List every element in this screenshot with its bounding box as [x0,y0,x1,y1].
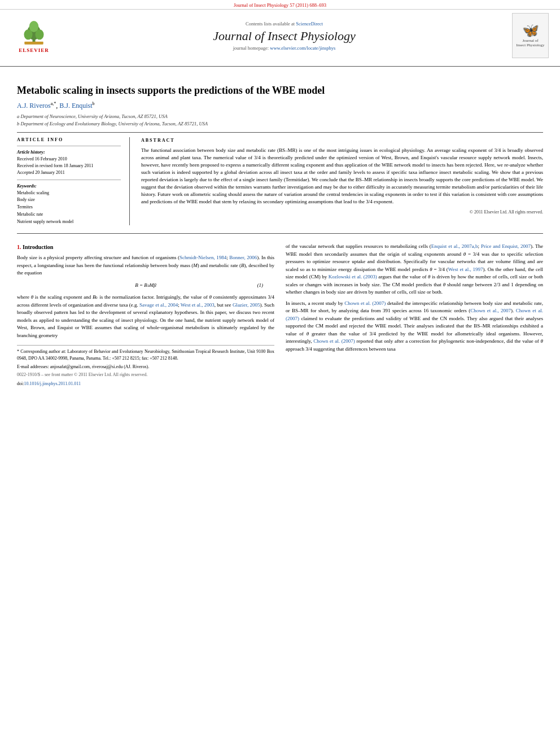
footnotes-area: * Corresponding author at: Laboratory of… [17,345,274,387]
issn-line: 0022-1910/$ – see front matter © 2011 El… [17,372,274,378]
ref-bonner[interactable]: Bonner, 2006 [229,255,257,260]
journal-title-center: Contents lists available at ScienceDirec… [56,21,512,51]
footnote-email: E-mail addresses: anjosafat@gmail.com, r… [17,364,274,370]
article-info-col: ARTICLE INFO Article history: Received 1… [17,137,130,226]
homepage-url[interactable]: www.elsevier.com/locate/jinsphys [270,45,335,51]
ref-chown2007-2[interactable]: Chown et al., 2007 [470,308,511,313]
ref-schmidt[interactable]: Schmidt-Nielsen, 1984 [180,255,226,260]
intro-para2: where θ is the scaling exponent and B₀ i… [17,294,274,339]
intro-para1: Body size is a physical property affecti… [17,254,274,277]
authors-line: A.J. Riverosa,*, B.J. Enquistb [17,101,543,110]
journal-logo-area: ELSEVIER Contents lists available at Sci… [0,10,560,62]
equation-number: (1) [156,282,263,290]
author-enquist: B.J. Enquist [59,102,92,110]
affiliation-b: b Department of Ecology and Evolutionary… [17,120,543,128]
section-number: 1. [17,244,21,250]
butterfly-icon: 🦋 [522,24,539,37]
doi-line: doi:10.1016/j.jinsphys.2011.01.011 [17,381,274,387]
copyright-line: © 2011 Elsevier Ltd. All rights reserved… [141,209,543,216]
abstract-title: ABSTRACT [141,137,543,144]
journal-name: Journal of Insect Physiology [56,29,512,43]
kw-metabolic-rate: Metabolic rate [17,211,121,219]
body-content: 1. Introduction Body size is a physical … [17,243,543,388]
ref-price-enquist[interactable]: Price and Enquist, 2007 [481,243,531,249]
ref-kozlowski[interactable]: Kozlowski et al. (2003) [329,274,377,279]
article-meta-row: ARTICLE INFO Article history: Received 1… [17,137,543,226]
right-para2: In insects, a recent study by Chown et a… [286,300,543,353]
journal-issue-line: Journal of Insect Physiology 57 (2011) 6… [234,2,326,8]
main-content: Metabolic scaling in insects supports th… [0,71,560,394]
intro-heading: 1. Introduction [17,243,274,251]
sciencedirect-link[interactable]: ScienceDirect [296,21,323,27]
ref-glazier[interactable]: Glazier, 2005 [233,302,260,308]
affiliation-divider [17,132,543,133]
journal-homepage: journal homepage: www.elsevier.com/locat… [56,45,512,51]
elsevier-brand-text: ELSEVIER [19,47,49,53]
footnote-star: * Corresponding author at: Laboratory of… [17,348,274,361]
ref-savage[interactable]: Savage et al., 2004 [139,302,178,308]
ref-chown2007-4[interactable]: Chown et al. (2007) [313,338,355,344]
journal-top-bar: Journal of Insect Physiology 57 (2011) 6… [0,0,560,10]
kw-metabolic-scaling: Metabolic scaling [17,190,121,197]
journal-header: Journal of Insect Physiology 57 (2011) 6… [0,0,560,67]
doi-link[interactable]: 10.1016/j.jinsphys.2011.01.011 [24,381,81,386]
revised-date: Received in revised form 18 January 2011 [17,163,121,169]
info-divider-2 [17,180,121,180]
kw-body-size: Body size [17,196,121,204]
sciencedirect-text: Contents lists available at ScienceDirec… [56,21,512,27]
kw-termites: Termites [17,204,121,211]
keywords-label: Keywords: [17,184,121,189]
affiliations: a Department of Neuroscience, University… [17,113,543,128]
body-right-col: of the vascular network that supplies re… [286,243,543,388]
right-para1: of the vascular network that supplies re… [286,243,543,296]
body-divider [17,233,543,234]
ref-chown2007-1[interactable]: Chown et al. (2007) [344,300,386,306]
abstract-text: The functional association between body … [141,147,543,206]
kw-nutrient-supply: Nutrient supply network model [17,219,121,226]
info-divider-1 [17,146,121,146]
author-riveros: A.J. Riveros [17,102,51,110]
accepted-date: Accepted 20 January 2011 [17,169,121,176]
received-date: Received 16 February 2010 [17,156,121,163]
elsevier-logo: ELSEVIER [11,18,56,53]
svg-rect-5 [24,42,43,45]
article-info-title: ARTICLE INFO [17,137,121,142]
elsevier-tree-icon [20,18,48,46]
article-title: Metabolic scaling in insects supports th… [17,85,543,97]
body-left-col: 1. Introduction Body size is a physical … [17,243,274,388]
history-label: Article history: [17,150,121,155]
ref-enquist2007ab[interactable]: Enquist et al., 2007a,b [431,243,478,249]
equation-formula: B = B₀Mβ [135,282,156,290]
ref-west1997[interactable]: West et al., 1997 [448,267,483,272]
header-divider [0,66,560,67]
svg-point-4 [29,21,39,32]
ref-west2003[interactable]: West et al., 2003 [181,302,215,308]
doi-label: doi: [17,381,24,386]
abstract-col: ABSTRACT The functional association betw… [141,137,543,226]
thumb-label: Journal ofInsect Physiology [517,38,545,47]
affiliation-a: a Department of Neuroscience, University… [17,113,543,120]
two-col-body: 1. Introduction Body size is a physical … [17,243,543,388]
section-title: Introduction [23,244,53,250]
journal-thumbnail: 🦋 Journal ofInsect Physiology [512,13,549,58]
equation-block: B = B₀Mβ (1) [17,282,274,290]
